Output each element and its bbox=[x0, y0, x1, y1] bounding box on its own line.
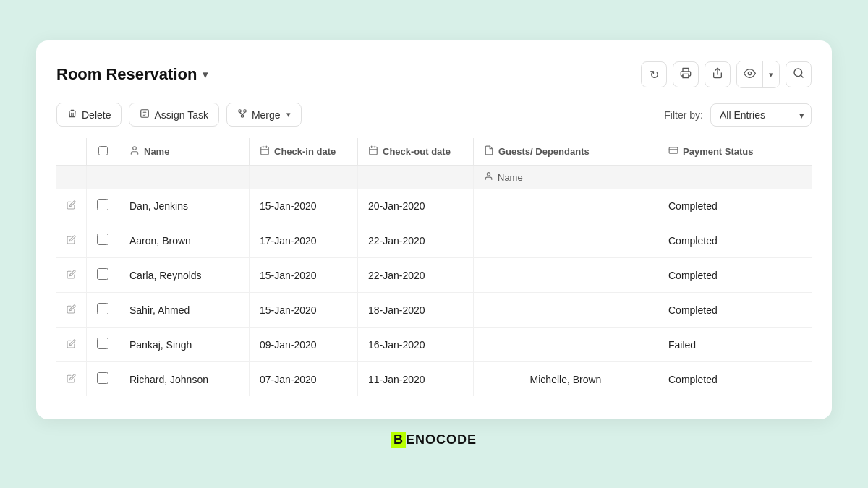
svg-line-13 bbox=[242, 112, 245, 115]
payment-status-badge: Failed bbox=[668, 339, 696, 351]
sub-check bbox=[87, 166, 119, 189]
table-body: Dan, Jenkins 15-Jan-2020 20-Jan-2020 Com… bbox=[56, 189, 812, 396]
checkbox-cell bbox=[87, 223, 119, 258]
guests-col-icon bbox=[484, 145, 494, 158]
sub-checkin bbox=[250, 166, 358, 189]
guests-cell bbox=[474, 293, 658, 328]
edit-cell bbox=[56, 293, 87, 328]
view-chevron-icon: ▾ bbox=[769, 70, 773, 80]
checkin-cell: 15-Jan-2020 bbox=[250, 258, 358, 293]
name-cell: Pankaj, Singh bbox=[119, 328, 250, 362]
name-cell: Aaron, Brown bbox=[119, 223, 250, 258]
print-button[interactable] bbox=[673, 61, 699, 87]
svg-line-4 bbox=[801, 75, 803, 77]
payment-status-badge: Completed bbox=[668, 200, 718, 212]
title-text: Room Reservation bbox=[56, 65, 197, 84]
sub-checkout bbox=[358, 166, 474, 189]
payment-status-badge: Completed bbox=[668, 304, 718, 316]
name-cell: Richard, Johnson bbox=[119, 362, 250, 397]
checkbox-cell bbox=[87, 189, 119, 223]
checkout-cell: 22-Jan-2020 bbox=[358, 258, 474, 293]
payment-col-icon bbox=[668, 145, 678, 158]
edit-cell bbox=[56, 258, 87, 293]
name-cell: Dan, Jenkins bbox=[119, 189, 250, 223]
brand-footer: BENOCODE bbox=[391, 432, 477, 448]
guests-sub-header-row: Name bbox=[56, 166, 812, 189]
edit-cell bbox=[56, 362, 87, 397]
print-icon bbox=[680, 67, 692, 82]
th-name: Name bbox=[119, 138, 250, 166]
filter-select[interactable]: All Entries Completed Failed Pending bbox=[710, 103, 812, 127]
header-row: Room Reservation ▾ ↻ bbox=[56, 61, 812, 88]
edit-icon[interactable] bbox=[67, 340, 76, 351]
refresh-icon: ↻ bbox=[650, 68, 659, 82]
guests-cell bbox=[474, 258, 658, 293]
checkin-cell: 17-Jan-2020 bbox=[250, 223, 358, 258]
payment-status-badge: Completed bbox=[668, 270, 718, 281]
select-all-checkbox[interactable] bbox=[98, 146, 108, 155]
sub-payment bbox=[658, 166, 812, 189]
row-checkbox[interactable] bbox=[97, 338, 109, 349]
row-checkbox[interactable] bbox=[97, 268, 109, 280]
svg-line-12 bbox=[239, 112, 242, 115]
row-checkbox[interactable] bbox=[97, 234, 109, 245]
toolbar-left: Delete Assign Task Merge ▾ bbox=[56, 103, 302, 127]
edit-icon[interactable] bbox=[67, 270, 76, 281]
table-row: Carla, Reynolds 15-Jan-2020 22-Jan-2020 … bbox=[56, 258, 812, 293]
svg-rect-0 bbox=[683, 74, 689, 77]
sub-guests-person-icon bbox=[484, 171, 493, 183]
edit-icon[interactable] bbox=[67, 305, 76, 316]
toolbar-right: Filter by: All Entries Completed Failed … bbox=[664, 103, 812, 127]
row-checkbox[interactable] bbox=[97, 303, 109, 314]
edit-cell bbox=[56, 328, 87, 362]
edit-icon[interactable] bbox=[67, 201, 76, 212]
payment-cell: Failed bbox=[658, 328, 812, 362]
title-chevron-icon[interactable]: ▾ bbox=[203, 69, 208, 80]
table-header-row: Name Check-in date bbox=[56, 138, 812, 166]
main-card: Room Reservation ▾ ↻ bbox=[36, 40, 832, 419]
view-chevron-button[interactable]: ▾ bbox=[763, 61, 779, 87]
brand-text: ENOCODE bbox=[406, 432, 477, 447]
edit-icon[interactable] bbox=[67, 374, 76, 385]
checkout-cell: 11-Jan-2020 bbox=[358, 362, 474, 397]
toolbar: Delete Assign Task Merge ▾ Filter by: Al… bbox=[56, 103, 812, 127]
th-payment: Payment Status bbox=[658, 138, 812, 166]
table-row: Richard, Johnson 07-Jan-2020 11-Jan-2020… bbox=[56, 362, 812, 397]
row-checkbox[interactable] bbox=[97, 372, 109, 384]
checkin-cell: 09-Jan-2020 bbox=[250, 328, 358, 362]
search-icon bbox=[793, 67, 804, 82]
share-button[interactable] bbox=[705, 61, 731, 87]
assign-task-button[interactable]: Assign Task bbox=[129, 103, 218, 127]
edit-cell bbox=[56, 189, 87, 223]
view-toggle-group: ▾ bbox=[736, 61, 780, 88]
sub-name bbox=[119, 166, 250, 189]
assign-icon bbox=[140, 108, 150, 121]
merge-label: Merge bbox=[252, 109, 281, 121]
checkbox-cell bbox=[87, 293, 119, 328]
checkin-cell: 15-Jan-2020 bbox=[250, 293, 358, 328]
row-checkbox[interactable] bbox=[97, 199, 109, 210]
guests-cell bbox=[474, 189, 658, 223]
refresh-button[interactable]: ↻ bbox=[641, 61, 667, 87]
reservations-table: Name Check-in date bbox=[56, 138, 812, 396]
delete-button[interactable]: Delete bbox=[56, 103, 122, 127]
payment-cell: Completed bbox=[658, 223, 812, 258]
eye-icon bbox=[744, 67, 756, 82]
svg-point-14 bbox=[133, 147, 137, 150]
th-edit bbox=[56, 138, 87, 166]
name-cell: Carla, Reynolds bbox=[119, 258, 250, 293]
merge-button[interactable]: Merge ▾ bbox=[226, 103, 302, 127]
table-row: Dan, Jenkins 15-Jan-2020 20-Jan-2020 Com… bbox=[56, 189, 812, 223]
checkin-cell: 15-Jan-2020 bbox=[250, 189, 358, 223]
checkin-col-icon bbox=[260, 145, 270, 158]
trash-icon bbox=[67, 108, 77, 121]
payment-cell: Completed bbox=[658, 189, 812, 223]
guests-cell bbox=[474, 328, 658, 362]
edit-icon[interactable] bbox=[67, 236, 76, 247]
payment-status-badge: Completed bbox=[668, 235, 718, 247]
view-button[interactable] bbox=[737, 61, 763, 87]
svg-rect-15 bbox=[261, 147, 269, 155]
search-button[interactable] bbox=[786, 61, 812, 87]
name-col-icon bbox=[129, 145, 140, 158]
delete-label: Delete bbox=[82, 109, 111, 121]
